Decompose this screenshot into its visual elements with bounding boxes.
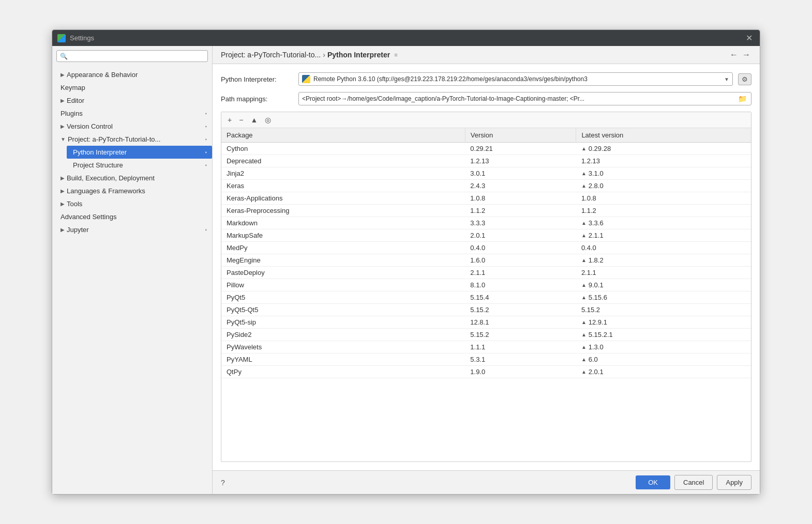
breadcrumb-current: Python Interpreter [327, 51, 390, 59]
package-latest-version: 2.1.1 [576, 267, 751, 279]
table-row[interactable]: PyYAML5.3.1▲ 6.0 [221, 353, 751, 366]
package-version: 8.1.0 [465, 279, 576, 291]
package-name: PyQt5 [221, 291, 465, 304]
sidebar-item-tools[interactable]: ▶ Tools [52, 197, 212, 210]
sidebar-item-jupyter[interactable]: ▶ Jupyter ▪ [52, 223, 212, 236]
interpreter-dropdown[interactable]: Remote Python 3.6.10 (sftp://ges@219.223… [298, 72, 733, 86]
package-latest-version: 0.4.0 [576, 242, 751, 254]
table-row[interactable]: MegEngine1.6.0▲ 1.8.2 [221, 254, 751, 267]
sidebar-item-languages[interactable]: ▶ Languages & Frameworks [52, 184, 212, 197]
apply-button[interactable]: Apply [717, 475, 751, 490]
update-arrow-icon: ▲ [581, 357, 587, 362]
table-row[interactable]: Keras-Preprocessing1.1.21.1.2 [221, 205, 751, 217]
package-latest-version: ▲ 2.8.0 [576, 180, 751, 192]
sidebar-item-build[interactable]: ▶ Build, Execution, Deployment [52, 172, 212, 184]
cancel-button[interactable]: Cancel [674, 475, 713, 490]
table-row[interactable]: Markdown3.3.3▲ 3.3.6 [221, 217, 751, 229]
content-area: Python Interpreter: Remote Python 3.6.10… [213, 64, 760, 470]
package-version: 1.9.0 [465, 366, 576, 378]
package-version: 12.8.1 [465, 316, 576, 329]
package-version: 1.0.8 [465, 192, 576, 205]
package-name: Keras-Preprocessing [221, 205, 465, 217]
back-button[interactable]: ← [729, 50, 739, 59]
col-header-package: Package [221, 128, 465, 143]
update-arrow-icon: ▲ [581, 146, 587, 151]
package-version: 5.15.2 [465, 304, 576, 316]
table-row[interactable]: MarkupSafe2.0.1▲ 2.1.1 [221, 229, 751, 242]
close-button[interactable]: ✕ [744, 33, 755, 43]
package-latest-version: ▲ 0.29.28 [576, 143, 751, 155]
table-row[interactable]: Jinja23.0.1▲ 3.1.0 [221, 167, 751, 180]
sidebar-item-label: Keymap [61, 84, 85, 91]
expand-arrow: ▶ [61, 98, 65, 103]
path-mappings-row: Path mappings: <Project root>→/home/ges/… [221, 92, 751, 105]
sidebar-item-appearance[interactable]: ▶ Appearance & Behavior [52, 68, 212, 81]
ok-button[interactable]: OK [636, 475, 670, 489]
table-row[interactable]: PyWavelets1.1.1▲ 1.3.0 [221, 341, 751, 353]
sidebar-item-label: Jupyter [67, 226, 89, 234]
package-name: MedPy [221, 242, 465, 254]
sidebar-item-python-interpreter[interactable]: Python Interpreter ▪ [67, 146, 212, 159]
sidebar-item-label: Advanced Settings [61, 213, 116, 221]
table-row[interactable]: PyQt5-sip12.8.1▲ 12.9.1 [221, 316, 751, 329]
table-row[interactable]: PySide25.15.2▲ 5.15.2.1 [221, 329, 751, 341]
search-box[interactable]: 🔍 [56, 50, 208, 62]
folder-button[interactable]: 📁 [737, 95, 748, 103]
settings-dialog: Settings ✕ 🔍 ▶ Appearance & Behavior Key… [52, 29, 760, 495]
package-name: PasteDeploy [221, 267, 465, 279]
sidebar-item-label: Project Structure [73, 161, 123, 169]
update-arrow-icon: ▲ [581, 171, 587, 176]
expand-arrow: ▼ [61, 136, 66, 142]
package-name: Pillow [221, 279, 465, 291]
update-arrow-icon: ▲ [581, 282, 587, 288]
expand-arrow: ▶ [61, 72, 65, 78]
expand-arrow: ▶ [61, 201, 65, 207]
table-row[interactable]: Keras2.4.3▲ 2.8.0 [221, 180, 751, 192]
package-name: MegEngine [221, 254, 465, 267]
sidebar: 🔍 ▶ Appearance & Behavior Keymap ▶ Edito… [52, 46, 213, 494]
packages-panel: + − ▲ ◎ Package Version Latest version [221, 112, 751, 462]
table-row[interactable]: Cython0.29.21▲ 0.29.28 [221, 143, 751, 155]
sidebar-item-label: Project: a-PyTorch-Tutorial-to... [68, 135, 160, 143]
path-field[interactable]: <Project root>→/home/ges/Code/image_capt… [298, 92, 751, 105]
dropdown-arrow-icon: ▼ [724, 76, 729, 82]
expand-arrow: ▶ [61, 227, 65, 233]
table-row[interactable]: Deprecated1.2.131.2.13 [221, 155, 751, 167]
update-arrow-icon: ▲ [581, 183, 587, 189]
table-row[interactable]: Pillow8.1.0▲ 9.0.1 [221, 279, 751, 291]
help-button[interactable]: ? [221, 479, 225, 487]
package-latest-version: ▲ 5.15.2.1 [576, 329, 751, 341]
package-name: PySide2 [221, 329, 465, 341]
table-row[interactable]: MedPy0.4.00.4.0 [221, 242, 751, 254]
sidebar-item-project-structure[interactable]: Project Structure ▪ [67, 159, 212, 172]
up-package-button[interactable]: ▲ [248, 115, 260, 125]
table-row[interactable]: PyQt55.15.4▲ 5.15.6 [221, 291, 751, 304]
update-arrow-icon: ▲ [581, 257, 587, 263]
package-latest-version: ▲ 5.15.6 [576, 291, 751, 304]
expand-arrow: ▶ [61, 175, 65, 181]
breadcrumb-bar: Project: a-PyTorch-Tutorial-to... › Pyth… [213, 46, 760, 64]
nav-sub-project: Python Interpreter ▪ Project Structure ▪ [52, 146, 212, 172]
forward-button[interactable]: → [741, 50, 751, 59]
search-input[interactable] [70, 52, 204, 60]
sidebar-item-keymap[interactable]: Keymap [52, 81, 212, 94]
update-arrow-icon: ▲ [581, 295, 587, 300]
sidebar-item-advanced[interactable]: Advanced Settings [52, 210, 212, 223]
sidebar-item-project[interactable]: ▼ Project: a-PyTorch-Tutorial-to... ▪ [52, 133, 212, 146]
table-row[interactable]: Keras-Applications1.0.81.0.8 [221, 192, 751, 205]
add-package-button[interactable]: + [225, 115, 234, 125]
sidebar-nav: ▶ Appearance & Behavior Keymap ▶ Editor … [52, 66, 212, 494]
package-name: Deprecated [221, 155, 465, 167]
table-row[interactable]: PasteDeploy2.1.12.1.1 [221, 267, 751, 279]
sidebar-item-editor[interactable]: ▶ Editor [52, 94, 212, 107]
table-row[interactable]: PyQt5-Qt55.15.25.15.2 [221, 304, 751, 316]
table-row[interactable]: QtPy1.9.0▲ 2.0.1 [221, 366, 751, 378]
remove-package-button[interactable]: − [237, 115, 245, 125]
path-mappings-label: Path mappings: [221, 95, 293, 103]
sidebar-item-plugins[interactable]: Plugins ▪ [52, 107, 212, 120]
show-package-button[interactable]: ◎ [263, 115, 273, 125]
sidebar-item-version-control[interactable]: ▶ Version Control ▪ [52, 120, 212, 133]
title-bar: Settings ✕ [52, 30, 760, 46]
gear-button[interactable]: ⚙ [738, 73, 751, 85]
package-name: Jinja2 [221, 167, 465, 180]
